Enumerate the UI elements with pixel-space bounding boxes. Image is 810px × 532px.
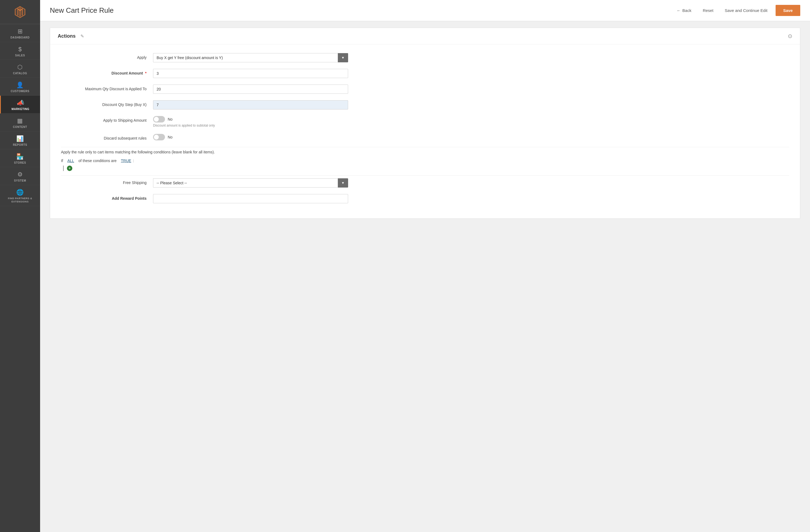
- apply-select-arrow[interactable]: ▼: [338, 53, 348, 62]
- main-area: New Cart Price Rule ← Back Reset Save an…: [40, 0, 810, 532]
- true-link[interactable]: TRUE: [121, 159, 131, 163]
- apply-shipping-row: Apply to Shipping Amount No Discount amo…: [61, 116, 789, 127]
- section-body: Apply Percent of product price discount …: [50, 45, 800, 219]
- sidebar-label-dashboard: DASHBOARD: [11, 36, 30, 39]
- sidebar-item-content[interactable]: ▦ CONTENT: [0, 114, 40, 131]
- max-qty-control: [153, 84, 348, 94]
- discount-amount-input[interactable]: [153, 69, 348, 78]
- add-reward-label: Add Reward Points: [61, 194, 153, 200]
- apply-shipping-toggle[interactable]: [153, 116, 165, 123]
- colon-label: :: [133, 159, 134, 163]
- back-label: Back: [682, 8, 691, 13]
- discount-qty-step-control: [153, 100, 348, 110]
- free-shipping-label: Free Shipping: [61, 178, 153, 185]
- apply-label: Apply: [61, 53, 153, 60]
- free-shipping-row: Free Shipping -- Please Select -- For ma…: [61, 178, 789, 188]
- collapse-icon: ⊙: [788, 33, 792, 39]
- edit-pencil-icon: ✎: [80, 34, 84, 38]
- sidebar-nav: ⊞ DASHBOARD $ SALES ⬡ CATALOG 👤 CUSTOMER…: [0, 24, 40, 206]
- section-header: Actions ✎ ⊙: [50, 28, 800, 45]
- sidebar-label-catalog: CATALOG: [13, 72, 27, 75]
- apply-shipping-toggle-row: No: [153, 116, 348, 123]
- add-reward-control: [153, 194, 348, 203]
- if-label: If: [61, 159, 63, 163]
- discard-rules-toggle[interactable]: [153, 134, 165, 140]
- discard-rules-control: No: [153, 134, 348, 140]
- discount-amount-label: Discount Amount *: [61, 69, 153, 75]
- sidebar-item-customers[interactable]: 👤 CUSTOMERS: [0, 78, 40, 96]
- header-actions: ← Back Reset Save and Continue Edit Save: [674, 5, 800, 16]
- sidebar-label-sales: SALES: [15, 54, 25, 57]
- all-link[interactable]: ALL: [67, 159, 74, 163]
- chevron-down-icon: ▼: [341, 56, 344, 60]
- free-shipping-control: -- Please Select -- For matching items o…: [153, 178, 348, 188]
- system-icon: ⚙: [17, 171, 23, 178]
- catalog-icon: ⬡: [17, 64, 22, 71]
- divider-2: [61, 175, 789, 176]
- max-qty-input[interactable]: [153, 84, 348, 94]
- required-star: *: [145, 71, 147, 75]
- sidebar-label-marketing: MARKETING: [12, 108, 30, 111]
- save-button[interactable]: Save: [776, 5, 800, 16]
- discount-qty-step-input[interactable]: [153, 100, 348, 110]
- apply-shipping-label: Apply to Shipping Amount: [61, 116, 153, 123]
- free-shipping-select-wrapper: -- Please Select -- For matching items o…: [153, 178, 348, 188]
- add-reward-row: Add Reward Points: [61, 194, 789, 203]
- apply-control: Percent of product price discount Fixed …: [153, 53, 348, 62]
- condition-line: +: [63, 165, 789, 171]
- plus-icon: +: [68, 166, 71, 171]
- discount-amount-row: Discount Amount *: [61, 69, 789, 78]
- reports-icon: 📊: [16, 135, 23, 142]
- content-icon: ▦: [17, 117, 23, 124]
- free-shipping-chevron-icon: ▼: [341, 181, 344, 185]
- of-these-label: of these conditions are: [78, 159, 116, 163]
- toggle-slider: [153, 116, 165, 123]
- apply-select-wrapper: Percent of product price discount Fixed …: [153, 53, 348, 62]
- sidebar-label-customers: CUSTOMERS: [11, 90, 29, 93]
- discount-amount-control: [153, 69, 348, 78]
- page-header: New Cart Price Rule ← Back Reset Save an…: [40, 0, 810, 21]
- sidebar-item-marketing[interactable]: 📣 MARKETING: [0, 96, 40, 114]
- free-shipping-select[interactable]: -- Please Select -- For matching items o…: [153, 178, 338, 188]
- sidebar-label-system: SYSTEM: [14, 179, 26, 182]
- save-continue-button[interactable]: Save and Continue Edit: [722, 6, 771, 15]
- discard-toggle-slider: [153, 134, 165, 140]
- add-reward-input[interactable]: [153, 194, 348, 203]
- sidebar-item-stores[interactable]: 🏪 STORES: [0, 149, 40, 167]
- collapse-section-button[interactable]: ⊙: [788, 33, 792, 39]
- page-title: New Cart Price Rule: [50, 6, 667, 15]
- free-shipping-select-arrow[interactable]: ▼: [338, 178, 348, 188]
- sidebar-logo: [0, 0, 40, 24]
- discount-qty-step-label: Discount Qty Step (Buy X): [61, 100, 153, 107]
- sidebar-label-stores: STORES: [14, 161, 26, 164]
- sidebar-label-partners: FIND PARTNERS & EXTENSIONS: [2, 197, 38, 203]
- apply-shipping-value: No: [168, 117, 173, 122]
- discard-rules-row: Discard subsequent rules No: [61, 134, 789, 140]
- customers-icon: 👤: [16, 82, 23, 88]
- discard-rules-toggle-row: No: [153, 134, 348, 140]
- edit-section-button[interactable]: ✎: [79, 33, 86, 39]
- marketing-icon: 📣: [17, 99, 24, 107]
- sidebar-item-reports[interactable]: 📊 REPORTS: [0, 131, 40, 149]
- sales-icon: $: [18, 46, 22, 53]
- sidebar-item-dashboard[interactable]: ⊞ DASHBOARD: [0, 24, 40, 42]
- sidebar-label-reports: REPORTS: [13, 143, 27, 146]
- apply-select[interactable]: Percent of product price discount Fixed …: [153, 53, 338, 62]
- apply-shipping-hint: Discount amount is applied to subtotal o…: [153, 124, 348, 127]
- sidebar-item-partners[interactable]: 🌐 FIND PARTNERS & EXTENSIONS: [0, 185, 40, 206]
- stores-icon: 🏪: [16, 153, 23, 160]
- add-condition-button[interactable]: +: [67, 165, 72, 171]
- sidebar-item-catalog[interactable]: ⬡ CATALOG: [0, 60, 40, 78]
- back-button[interactable]: ← Back: [674, 6, 695, 15]
- reset-button[interactable]: Reset: [699, 6, 716, 15]
- sidebar-item-sales[interactable]: $ SALES: [0, 42, 40, 60]
- apply-shipping-control: No Discount amount is applied to subtota…: [153, 116, 348, 127]
- discard-rules-label: Discard subsequent rules: [61, 134, 153, 140]
- sidebar-item-system[interactable]: ⚙ SYSTEM: [0, 167, 40, 185]
- partners-icon: 🌐: [16, 189, 23, 196]
- max-qty-label: Maximum Qty Discount is Applied To: [61, 84, 153, 91]
- apply-row: Apply Percent of product price discount …: [61, 53, 789, 62]
- if-all-row: If ALL of these conditions are TRUE :: [61, 159, 789, 163]
- section-title-row: Actions ✎: [58, 33, 86, 39]
- page-content: Actions ✎ ⊙ Apply Perce: [40, 21, 810, 532]
